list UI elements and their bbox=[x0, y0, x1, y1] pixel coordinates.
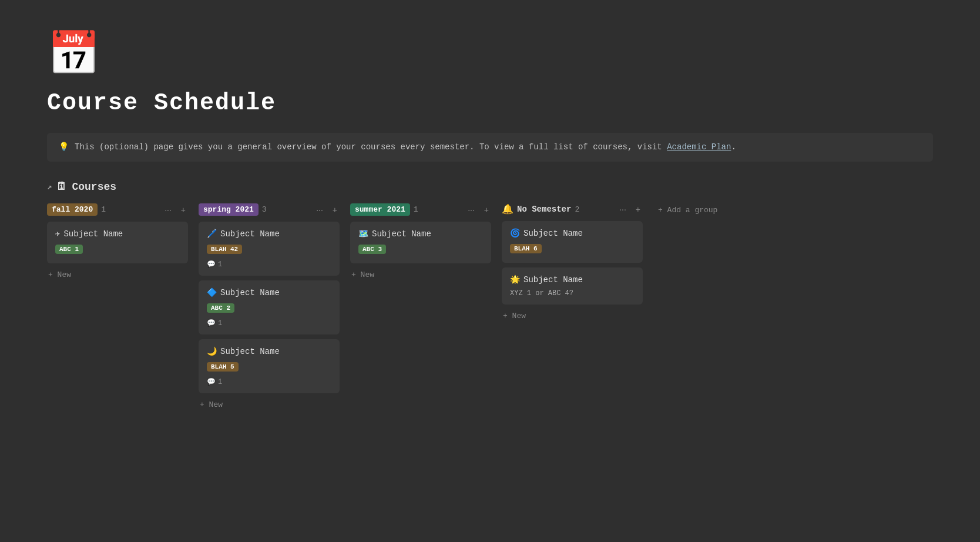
col-count-spring2021: 3 bbox=[262, 205, 267, 214]
card-tag-summer2021-0: ABC 3 bbox=[358, 245, 386, 254]
card-title-spring2021-2: 🌙 Subject Name bbox=[207, 346, 331, 356]
add-new-spring2021[interactable]: + New bbox=[199, 398, 224, 411]
card-tag-spring2021-1: ABC 2 bbox=[207, 303, 234, 313]
card-fall2020-0[interactable]: ✈️ Subject Name ABC 1 bbox=[47, 222, 188, 263]
comment-icon-spring2021-0: 💬 bbox=[207, 260, 216, 269]
card-extra-no-semester-1: XYZ 1 or ABC 4? bbox=[510, 289, 635, 297]
col-label-spring2021: spring 2021 bbox=[199, 203, 259, 216]
add-new-summer2021[interactable]: + New bbox=[350, 268, 375, 282]
card-emoji-summer2021-0: 🗺️ bbox=[358, 229, 368, 239]
col-plus-summer2021[interactable]: + bbox=[482, 204, 491, 216]
card-spring2021-2[interactable]: 🌙 Subject Name BLAH 5 💬 1 bbox=[199, 339, 340, 393]
column-header-summer2021: summer 2021 1 ··· + bbox=[350, 203, 491, 216]
card-title-spring2021-0: 🖊️ Subject Name bbox=[207, 229, 331, 239]
comment-icon-spring2021-2: 💬 bbox=[207, 377, 216, 386]
column-fall2020: fall 2020 1 ··· + ✈️ Subject Name ABC 1 … bbox=[47, 203, 188, 282]
card-tag-spring2021-0: BLAH 42 bbox=[207, 245, 242, 254]
card-title-no-semester-1: 🌟 Subject Name bbox=[510, 275, 635, 285]
add-new-no-semester[interactable]: + New bbox=[502, 309, 527, 323]
info-box: 💡 This (optional) page gives you a gener… bbox=[47, 133, 933, 162]
card-emoji-no-semester-1: 🌟 bbox=[510, 275, 520, 285]
add-group-button[interactable]: + Add a group bbox=[653, 203, 722, 217]
col-plus-spring2021[interactable]: + bbox=[330, 204, 340, 216]
card-no-semester-1[interactable]: 🌟 Subject Name XYZ 1 or ABC 4? bbox=[502, 267, 643, 305]
card-spring2021-1[interactable]: 🔷 Subject Name ABC 2 💬 1 bbox=[199, 280, 340, 334]
col-dots-spring2021[interactable]: ··· bbox=[314, 204, 325, 216]
card-no-semester-0[interactable]: 🌀 Subject Name BLAH 6 bbox=[502, 221, 643, 263]
section-arrow-icon: ↗ bbox=[47, 182, 52, 192]
academic-plan-link[interactable]: Academic Plan bbox=[667, 142, 731, 152]
col-actions-spring2021: ··· + bbox=[314, 204, 340, 216]
column-summer2021: summer 2021 1 ··· + 🗺️ Subject Name ABC … bbox=[350, 203, 491, 282]
col-label-summer2021: summer 2021 bbox=[350, 203, 410, 216]
col-count-no-semester: 2 bbox=[575, 205, 579, 214]
page-container: 📅 Course Schedule 💡 This (optional) page… bbox=[0, 0, 980, 440]
col-actions-no-semester: ··· + bbox=[617, 203, 643, 215]
card-title-no-semester-0: 🌀 Subject Name bbox=[510, 228, 635, 238]
col-plus-no-semester[interactable]: + bbox=[633, 203, 643, 215]
col-label-fall2020: fall 2020 bbox=[47, 203, 98, 216]
card-emoji-spring2021-0: 🖊️ bbox=[207, 229, 217, 239]
card-emoji-spring2021-2: 🌙 bbox=[207, 346, 217, 356]
info-text: This (optional) page gives you a general… bbox=[75, 141, 736, 153]
card-comment-spring2021-1: 💬 1 bbox=[207, 319, 331, 327]
comment-icon-spring2021-1: 💬 bbox=[207, 319, 216, 327]
page-title: Course Schedule bbox=[47, 90, 933, 116]
card-tag-fall2020-0: ABC 1 bbox=[55, 245, 83, 254]
card-title-fall2020-0: ✈️ Subject Name bbox=[55, 229, 180, 239]
col-plus-fall2020[interactable]: + bbox=[179, 204, 188, 216]
column-header-fall2020: fall 2020 1 ··· + bbox=[47, 203, 188, 216]
col-count-summer2021: 1 bbox=[414, 205, 418, 214]
card-title-spring2021-1: 🔷 Subject Name bbox=[207, 287, 331, 297]
column-spring2021: spring 2021 3 ··· + 🖊️ Subject Name BLAH… bbox=[199, 203, 340, 411]
card-title-summer2021-0: 🗺️ Subject Name bbox=[358, 229, 483, 239]
card-emoji-no-semester-0: 🌀 bbox=[510, 228, 520, 238]
card-emoji-spring2021-1: 🔷 bbox=[207, 287, 217, 297]
no-semester-icon: 🔔 bbox=[502, 203, 514, 215]
col-dots-no-semester[interactable]: ··· bbox=[617, 203, 629, 215]
section-header: ↗ 🗓 Courses bbox=[47, 180, 933, 193]
col-actions-summer2021: ··· + bbox=[465, 204, 491, 216]
column-no-semester: 🔔 No Semester 2 ··· + 🌀 Subject Name BLA… bbox=[502, 203, 643, 323]
col-dots-summer2021[interactable]: ··· bbox=[465, 204, 477, 216]
page-icon: 📅 bbox=[47, 28, 933, 81]
bulb-icon: 💡 bbox=[59, 141, 69, 153]
col-actions-fall2020: ··· + bbox=[162, 204, 188, 216]
card-comment-spring2021-0: 💬 1 bbox=[207, 260, 331, 269]
col-dots-fall2020[interactable]: ··· bbox=[162, 204, 174, 216]
no-semester-label: No Semester bbox=[517, 205, 571, 214]
card-emoji-fall2020-0: ✈️ bbox=[55, 229, 60, 239]
col-count-fall2020: 1 bbox=[101, 205, 106, 214]
section-icon: 🗓 bbox=[56, 180, 67, 193]
section-label: Courses bbox=[72, 181, 116, 193]
card-tag-no-semester-0: BLAH 6 bbox=[510, 244, 542, 253]
card-comment-spring2021-2: 💬 1 bbox=[207, 377, 331, 386]
add-new-fall2020[interactable]: + New bbox=[47, 268, 72, 282]
card-summer2021-0[interactable]: 🗺️ Subject Name ABC 3 bbox=[350, 222, 491, 263]
card-spring2021-0[interactable]: 🖊️ Subject Name BLAH 42 💬 1 bbox=[199, 222, 340, 276]
column-header-no-semester: 🔔 No Semester 2 ··· + bbox=[502, 203, 643, 215]
column-header-spring2021: spring 2021 3 ··· + bbox=[199, 203, 340, 216]
board: fall 2020 1 ··· + ✈️ Subject Name ABC 1 … bbox=[47, 203, 933, 411]
card-tag-spring2021-2: BLAH 5 bbox=[207, 362, 239, 372]
